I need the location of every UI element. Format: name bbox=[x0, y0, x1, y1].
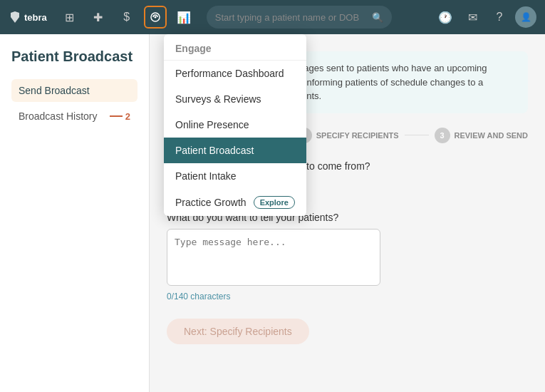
surveys-reviews-label: Surveys & Reviews bbox=[175, 93, 261, 105]
step-2: 2 SPECIFY RECIPIENTS bbox=[296, 128, 399, 143]
send-broadcast-label: Send Broadcast bbox=[19, 85, 90, 96]
dropdown-item-patient-intake[interactable]: Patient Intake bbox=[164, 163, 306, 189]
dropdown-item-surveys[interactable]: Surveys & Reviews bbox=[164, 86, 306, 112]
patient-broadcast-label: Patient Broadcast bbox=[175, 145, 254, 156]
broadcast-history-label: Broadcast History bbox=[19, 110, 97, 122]
step-3: 3 REVIEW AND SEND bbox=[435, 128, 529, 143]
step-divider-2 bbox=[405, 135, 429, 135]
char-count: 0/140 characters bbox=[167, 292, 528, 301]
logo-icon bbox=[9, 11, 21, 24]
badge-count: 2 bbox=[125, 111, 130, 122]
engage-icon bbox=[150, 11, 161, 23]
search-input[interactable] bbox=[215, 12, 372, 23]
broadcast-history-badge: 2 bbox=[110, 111, 130, 122]
performance-dashboard-label: Performance Dashboard bbox=[175, 68, 284, 79]
dropdown-item-practice-growth[interactable]: Practice Growth Explore bbox=[164, 189, 306, 216]
dollar-nav-button[interactable]: $ bbox=[115, 6, 138, 29]
engage-nav-button[interactable] bbox=[144, 6, 167, 29]
mail-nav-button[interactable]: ✉ bbox=[461, 6, 484, 29]
practice-growth-label: Practice Growth bbox=[175, 197, 246, 208]
step-3-label: REVIEW AND SEND bbox=[455, 131, 529, 140]
user-avatar[interactable]: 👤 bbox=[515, 6, 536, 28]
sidebar-title: Patient Broadcast bbox=[11, 48, 137, 65]
chart-nav-button[interactable]: 📊 bbox=[172, 6, 195, 29]
patient-intake-label: Patient Intake bbox=[175, 170, 237, 182]
dropdown-item-performance[interactable]: Performance Dashboard bbox=[164, 61, 306, 86]
logo-text: tebra bbox=[24, 12, 47, 23]
explore-badge: Explore bbox=[254, 196, 295, 209]
logo: tebra bbox=[9, 11, 47, 24]
badge-line bbox=[110, 115, 123, 117]
dropdown-item-patient-broadcast[interactable]: Patient Broadcast bbox=[164, 138, 306, 163]
next-button[interactable]: Next: Specify Recipients bbox=[167, 319, 309, 344]
history-nav-button[interactable]: 🕐 bbox=[434, 6, 457, 29]
sidebar: Patient Broadcast Send Broadcast Broadca… bbox=[0, 34, 150, 392]
online-presence-label: Online Presence bbox=[175, 119, 249, 130]
message-textarea[interactable] bbox=[167, 229, 380, 286]
main-layout: Patient Broadcast Send Broadcast Broadca… bbox=[0, 34, 545, 392]
step-2-label: SPECIFY RECIPIENTS bbox=[316, 131, 399, 140]
grid-nav-button[interactable]: ⊞ bbox=[58, 6, 81, 29]
svg-point-1 bbox=[154, 16, 156, 19]
dropdown-item-online-presence[interactable]: Online Presence bbox=[164, 112, 306, 138]
sidebar-item-send-broadcast[interactable]: Send Broadcast bbox=[11, 79, 137, 102]
step-3-number: 3 bbox=[435, 128, 450, 143]
nav-right: 🕐 ✉ ? 👤 bbox=[434, 6, 536, 29]
top-nav: tebra ⊞ ✚ $ 📊 🔍 🕐 ✉ ? 👤 bbox=[0, 0, 545, 34]
search-bar[interactable]: 🔍 bbox=[207, 6, 392, 29]
help-nav-button[interactable]: ? bbox=[488, 6, 511, 29]
plus-nav-button[interactable]: ✚ bbox=[87, 6, 110, 29]
dropdown-section-label: Engage bbox=[164, 34, 306, 61]
main-content: Broadcasts are one-time messages sent to… bbox=[150, 34, 545, 392]
sidebar-item-broadcast-history[interactable]: Broadcast History 2 bbox=[11, 105, 137, 128]
search-icon: 🔍 bbox=[372, 12, 383, 23]
engage-dropdown: Engage Performance Dashboard Surveys & R… bbox=[164, 34, 306, 216]
